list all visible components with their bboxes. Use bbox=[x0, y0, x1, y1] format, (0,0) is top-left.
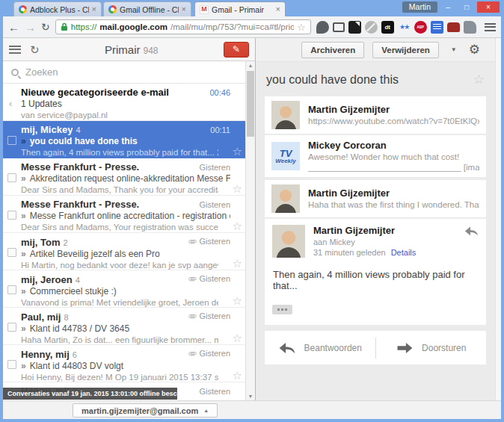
star-icon[interactable]: ☆ bbox=[233, 220, 242, 232]
important-marker-icon: » bbox=[21, 136, 26, 146]
conversation-star-icon[interactable]: ☆ bbox=[473, 72, 485, 87]
adblock-plus-extension-icon[interactable]: ABP bbox=[414, 21, 427, 34]
email-snippet: Vanavond is prima! Met vriendelijke groe… bbox=[21, 297, 218, 308]
checkbox[interactable] bbox=[7, 136, 16, 145]
important-marker-icon: » bbox=[21, 286, 26, 297]
email-row[interactable]: mij, Jeroen4Gisteren »Commercieel stukje… bbox=[3, 270, 245, 308]
account-switcher-button[interactable]: martin.gijzemijter@gmail.com ▲ bbox=[73, 403, 218, 418]
star-icon[interactable]: ☆ bbox=[233, 146, 242, 157]
tab-close-icon[interactable]: × bbox=[182, 5, 186, 13]
important-marker-icon: » bbox=[21, 249, 26, 259]
forward-icon[interactable]: → bbox=[25, 22, 36, 33]
thread-count: 6 bbox=[73, 350, 77, 361]
star-icon[interactable]: ☆ bbox=[233, 295, 242, 306]
show-trimmed-content-button[interactable] bbox=[272, 305, 292, 314]
star-icon[interactable]: ☆ bbox=[233, 332, 242, 344]
car-extension-icon[interactable] bbox=[447, 22, 460, 32]
compose-button[interactable]: ✎ bbox=[224, 42, 249, 58]
email-time: Gisteren bbox=[188, 311, 230, 322]
thread-count: 2 bbox=[63, 238, 67, 249]
star-icon[interactable]: ☆ bbox=[233, 370, 242, 381]
reply-forward-bar: Beantwoorden Doorsturen bbox=[265, 331, 486, 364]
forward-button[interactable]: Doorsturen bbox=[376, 341, 487, 354]
menu-icon[interactable] bbox=[9, 46, 21, 54]
message-snippet: Awesome! Wonder how much that cost! bbox=[308, 152, 479, 162]
refresh-icon[interactable]: ↻ bbox=[30, 44, 40, 55]
account-email: martin.gijzemijter@gmail.com bbox=[82, 406, 198, 415]
delete-button[interactable]: Verwijderen bbox=[372, 42, 439, 58]
settings-gear-icon[interactable]: ⚙ bbox=[469, 43, 480, 56]
sparkle-extension-icon[interactable]: ★★ bbox=[398, 21, 411, 34]
reload-icon[interactable]: ↻ bbox=[41, 22, 50, 32]
search-bar[interactable] bbox=[3, 61, 255, 84]
conversation-scrollbar[interactable] bbox=[495, 38, 501, 400]
chrome-profile-button[interactable]: Martin bbox=[402, 1, 437, 13]
tab-close-icon[interactable]: × bbox=[276, 5, 280, 13]
tab-close-icon[interactable]: × bbox=[92, 5, 96, 13]
email-sender: Paul, mij bbox=[21, 311, 61, 323]
back-icon[interactable]: ← bbox=[8, 22, 19, 33]
screenshare-extension-icon[interactable] bbox=[333, 22, 345, 32]
thread-count: 8 bbox=[64, 312, 68, 323]
archive-button[interactable]: Archiveren bbox=[301, 42, 364, 58]
message-snippet-2: ________________________________ [image:… bbox=[308, 162, 479, 173]
email-row[interactable]: mij, Tom2Gisteren »Artikel Beveilig jeze… bbox=[3, 233, 245, 270]
close-button[interactable]: × bbox=[477, 1, 500, 13]
message-sender: Mickey Corcoran bbox=[308, 140, 479, 152]
checkbox[interactable] bbox=[7, 248, 16, 257]
details-link[interactable]: Details bbox=[391, 248, 417, 257]
reply-button[interactable]: Beantwoorden bbox=[265, 341, 375, 354]
search-icon bbox=[11, 69, 19, 76]
reply-icon[interactable] bbox=[464, 226, 479, 236]
pencil-icon: ✎ bbox=[233, 44, 240, 55]
email-time-text: Gisteren bbox=[199, 311, 230, 322]
scroll-down-icon[interactable]: ▼ bbox=[246, 394, 255, 399]
evernote-extension-icon[interactable] bbox=[464, 21, 476, 34]
avatar-text: Weekly bbox=[275, 158, 295, 164]
email-row[interactable]: Messe Frankfurt - Presse.Gisteren »Messe… bbox=[3, 196, 245, 233]
star-icon[interactable]: ☆ bbox=[233, 258, 242, 269]
maximize-button[interactable]: □ bbox=[458, 1, 475, 13]
email-list: Nieuwe gecategoriseerde e-mail00:46 ‹ 1 … bbox=[3, 84, 245, 400]
message-collapsed[interactable]: Martin Gijzemijter https://www.youtube.c… bbox=[265, 96, 486, 134]
more-actions-icon[interactable]: ▼ bbox=[447, 46, 461, 53]
star-icon[interactable]: ☆ bbox=[233, 183, 242, 194]
email-row[interactable]: Paul, mij8Gisteren »Klant id 44783 / DV … bbox=[3, 308, 245, 345]
chrome-webstore-favicon bbox=[108, 5, 117, 13]
scrollbar-thumb[interactable] bbox=[247, 71, 254, 137]
search-input[interactable] bbox=[25, 66, 190, 78]
checkbox[interactable] bbox=[7, 173, 16, 182]
list-scrollbar[interactable]: ▲ ▼ bbox=[245, 61, 255, 400]
notes-extension-icon[interactable] bbox=[431, 21, 443, 34]
email-from-line: van service@paypal.nl bbox=[21, 110, 218, 120]
important-marker-icon: » bbox=[21, 361, 26, 371]
email-row-categorized[interactable]: Nieuwe gecategoriseerde e-mail00:46 ‹ 1 … bbox=[3, 84, 245, 121]
tab-gmail-primair[interactable]: M Gmail - Primair × bbox=[194, 1, 286, 16]
tab-adblock-plus[interactable]: Adblock Plus - Chrome W × bbox=[13, 1, 102, 16]
message-collapsed[interactable]: Martin Gijzemijter Haha that was the fir… bbox=[265, 180, 486, 217]
checkbox[interactable] bbox=[7, 211, 16, 220]
bookmark-star-icon[interactable]: ☆ bbox=[297, 22, 306, 32]
dt-extension-icon[interactable]: dt bbox=[381, 21, 394, 34]
email-snippet: Hi Martin, nog bedankt voor deze! kan je… bbox=[21, 260, 218, 270]
mailbox-title: Primair948 bbox=[49, 43, 215, 56]
email-time-text: Gisteren bbox=[199, 236, 230, 247]
scroll-up-icon[interactable]: ▲ bbox=[246, 63, 255, 68]
chrome-menu-icon[interactable] bbox=[485, 23, 496, 31]
chat-extension-icon[interactable] bbox=[316, 21, 329, 34]
disabled-extension-icon[interactable] bbox=[365, 21, 378, 34]
email-row[interactable]: Messe Frankfurt - Presse.Gisteren »Akkre… bbox=[3, 158, 245, 196]
pocket-extension-icon[interactable] bbox=[348, 21, 361, 34]
email-sender: Nieuwe gecategoriseerde e-mail bbox=[21, 87, 169, 98]
address-bar[interactable]: https://mail.google.com/mail/mu/mp/753/?… bbox=[55, 19, 311, 34]
message-snippet: Haha that was the first thing I wondered… bbox=[308, 199, 479, 210]
checkbox[interactable] bbox=[7, 285, 16, 294]
email-subject: Akkreditation request online-akkreditati… bbox=[30, 173, 230, 184]
minimize-button[interactable]: – bbox=[440, 1, 456, 13]
checkbox[interactable] bbox=[7, 360, 16, 369]
tab-gmail-offline[interactable]: Gmail Offline - Chrome W × bbox=[103, 1, 191, 16]
checkbox[interactable] bbox=[7, 323, 16, 332]
email-row-selected[interactable]: mij, Mickey400:11 »you could have done t… bbox=[3, 121, 245, 158]
email-row[interactable]: Henny, mij6Gisteren »Klant id 44803 DV v… bbox=[3, 345, 245, 382]
message-collapsed[interactable]: TV Weekly Mickey Corcoran Awesome! Wonde… bbox=[265, 135, 486, 177]
